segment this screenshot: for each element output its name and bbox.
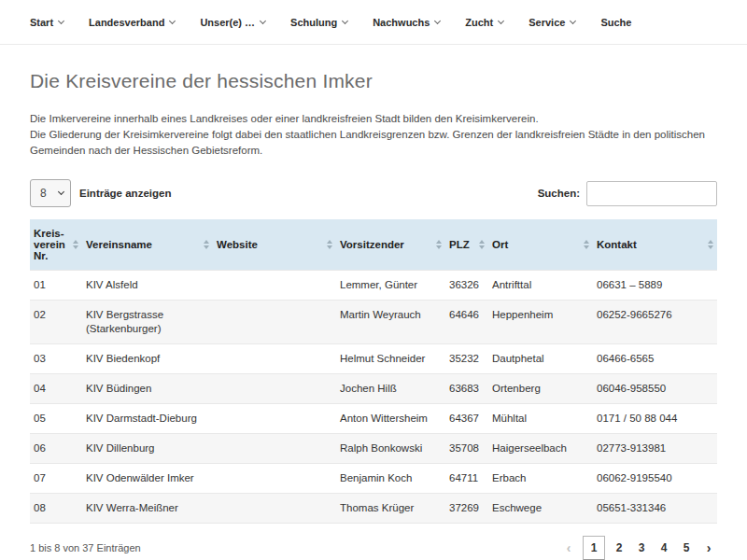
column-header-website[interactable]: Website <box>213 219 336 271</box>
page-size-label: Einträge anzeigen <box>79 188 171 199</box>
intro-line-2: Die Gliederung der Kreisimkervereine fol… <box>30 127 717 159</box>
sort-icon[interactable] <box>73 240 78 249</box>
cell-ort: Antrifttal <box>488 271 593 301</box>
pagination-page-2[interactable]: 2 <box>611 538 627 558</box>
search-input[interactable] <box>586 181 717 206</box>
cell-kreis-verein-nr: 05 <box>30 404 82 434</box>
table-row: 06KIV DillenburgRalph Bonkowski35708Haig… <box>30 434 717 464</box>
table-row: 04KIV BüdingenJochen Hilß63683Ortenberg0… <box>30 374 717 404</box>
cell-ort: Haigerseelbach <box>488 434 593 464</box>
cell-website <box>213 301 336 344</box>
nav-item-schulung[interactable]: Schulung <box>290 17 347 28</box>
cell-vorsitzender: Jochen Hilß <box>336 374 445 404</box>
cell-kreis-verein-nr: 04 <box>30 374 82 404</box>
pagination-page-5[interactable]: 5 <box>678 538 695 558</box>
column-label: Vereinsname <box>86 239 152 250</box>
table-row: 01KIV AlsfeldLemmer, Günter36326Antriftt… <box>30 271 717 301</box>
table-row: 07KIV Odenwälder ImkerBenjamin Koch64711… <box>30 464 717 494</box>
column-header-kreis-verein-nr[interactable]: Kreis-verein Nr. <box>30 219 82 271</box>
nav-item-label: Landesverband <box>89 17 164 28</box>
nav-item-service[interactable]: Service <box>529 17 575 28</box>
cell-website <box>213 344 336 374</box>
cell-website <box>213 404 336 434</box>
pagination-page-1[interactable]: 1 <box>583 536 605 560</box>
column-header-vereinsname[interactable]: Vereinsname <box>82 219 213 271</box>
cell-ort: Ortenberg <box>488 374 593 404</box>
cell-kontakt: 06466-6565 <box>593 344 717 374</box>
nav-item-landesverband[interactable]: Landesverband <box>89 17 175 28</box>
cell-kreis-verein-nr: 03 <box>30 344 82 374</box>
nav-item-label: Zucht <box>465 17 493 28</box>
pagination-prev[interactable]: ‹ <box>560 538 577 558</box>
nav-item-label: Start <box>30 17 53 28</box>
chevron-down-icon <box>434 17 441 23</box>
cell-website <box>213 374 336 404</box>
nav-item-label: Schulung <box>290 17 337 28</box>
cell-vereinsname: KIV Werra-Meißner <box>82 494 213 524</box>
nav-item-zucht[interactable]: Zucht <box>465 17 503 28</box>
cell-kreis-verein-nr: 08 <box>30 494 82 524</box>
cell-vereinsname: KIV Odenwälder Imker <box>82 464 213 494</box>
sort-icon[interactable] <box>327 240 332 249</box>
cell-vorsitzender: Martin Weyrauch <box>336 301 445 344</box>
cell-vorsitzender: Helmut Schneider <box>336 344 445 374</box>
cell-plz: 35232 <box>445 344 488 374</box>
page-title: Die Kreisvereine der hessischen Imker <box>30 70 717 92</box>
cell-plz: 37269 <box>445 494 488 524</box>
column-label: Website <box>217 239 258 250</box>
nav-item-unser-e[interactable]: Unser(e) … <box>200 17 265 28</box>
cell-kreis-verein-nr: 07 <box>30 464 82 494</box>
cell-ort: Dautphetal <box>488 344 593 374</box>
chevron-down-icon <box>58 17 64 23</box>
column-label: Kreis-verein Nr. <box>34 228 70 261</box>
page-size-select[interactable]: 8 <box>30 179 71 207</box>
cell-kreis-verein-nr: 06 <box>30 434 82 464</box>
table-row: 05KIV Darmstadt-DieburgAnton Wittersheim… <box>30 404 717 434</box>
column-header-vorsitzender[interactable]: Vorsitzender <box>336 219 445 271</box>
cell-plz: 64367 <box>445 404 488 434</box>
kreisvereine-table: Kreis-verein Nr.VereinsnameWebsiteVorsit… <box>30 219 717 524</box>
cell-vereinsname: KIV Darmstadt-Dieburg <box>82 404 213 434</box>
cell-kontakt: 06252-9665276 <box>593 301 717 344</box>
cell-kontakt: 0171 / 50 88 044 <box>593 404 717 434</box>
cell-ort: Mühltal <box>488 404 593 434</box>
column-header-ort[interactable]: Ort <box>488 219 593 271</box>
pagination: ‹12345› <box>560 536 717 560</box>
entries-info: 1 bis 8 von 37 Einträgen <box>30 542 141 553</box>
cell-kreis-verein-nr: 01 <box>30 271 82 301</box>
sort-icon[interactable] <box>204 240 209 249</box>
intro-text: Die Imkervereine innerhalb eines Landkre… <box>30 111 717 159</box>
nav-item-suche[interactable]: Suche <box>600 17 631 28</box>
cell-ort: Heppenheim <box>488 301 593 344</box>
search-label: Suchen: <box>538 188 580 199</box>
cell-plz: 35708 <box>445 434 488 464</box>
sort-icon[interactable] <box>479 240 485 249</box>
column-header-plz[interactable]: PLZ <box>445 219 488 271</box>
pagination-page-4[interactable]: 4 <box>655 538 672 558</box>
table-row: 08KIV Werra-MeißnerThomas Krüger37269Esc… <box>30 494 717 524</box>
cell-website <box>213 464 336 494</box>
column-label: Ort <box>492 239 508 250</box>
nav-item-label: Service <box>529 17 565 28</box>
intro-line-1: Die Imkervereine innerhalb eines Landkre… <box>30 111 717 127</box>
chevron-down-icon <box>260 17 266 23</box>
chevron-down-icon <box>58 189 64 195</box>
nav-item-label: Unser(e) … <box>200 17 255 28</box>
sort-icon[interactable] <box>708 240 713 249</box>
nav-item-nachwuchs[interactable]: Nachwuchs <box>373 17 440 28</box>
cell-vereinsname: KIV Büdingen <box>82 374 213 404</box>
page-size-value: 8 <box>40 187 47 200</box>
pagination-next[interactable]: › <box>700 538 717 558</box>
nav-item-label: Nachwuchs <box>373 17 430 28</box>
sort-icon[interactable] <box>584 240 589 249</box>
cell-ort: Eschwege <box>488 494 593 524</box>
sort-icon[interactable] <box>436 240 442 249</box>
column-header-kontakt[interactable]: Kontakt <box>593 219 717 271</box>
nav-item-start[interactable]: Start <box>30 17 63 28</box>
chevron-down-icon <box>342 17 348 23</box>
chevron-down-icon <box>498 17 504 23</box>
chevron-down-icon <box>570 17 576 23</box>
table-row: 02KIV Bergstrasse (Starkenburger)Martin … <box>30 301 717 344</box>
cell-vereinsname: KIV Dillenburg <box>82 434 213 464</box>
pagination-page-3[interactable]: 3 <box>633 538 650 558</box>
